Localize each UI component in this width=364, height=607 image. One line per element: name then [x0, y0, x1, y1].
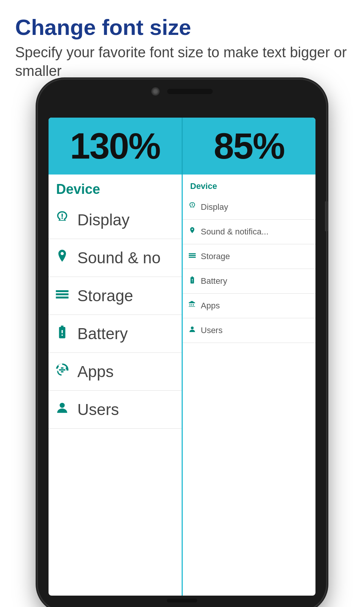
list-item[interactable]: Apps [183, 294, 316, 318]
battery-label-sm: Battery [201, 276, 228, 286]
panel-left: Device Display [49, 175, 183, 596]
display-icon-sm [188, 202, 196, 212]
phone-body: 130% 85% Device [38, 80, 326, 607]
list-item[interactable]: Battery [49, 315, 182, 353]
svg-point-0 [60, 403, 64, 408]
storage-icon [55, 286, 70, 305]
battery-icon-sm [188, 276, 196, 286]
phone-device: 130% 85% Device [38, 80, 326, 607]
home-indicator [167, 599, 197, 602]
display-label-sm: Display [201, 202, 228, 212]
list-item[interactable]: Display [49, 201, 182, 239]
list-item[interactable]: Display [183, 195, 316, 220]
page-subtitle: Specify your favorite font size to make … [15, 43, 349, 81]
users-icon [55, 400, 70, 419]
sound-label-sm: Sound & notifica... [201, 227, 269, 237]
list-item[interactable]: Users [49, 391, 182, 429]
list-item[interactable]: Users [183, 318, 316, 343]
screen-content: 130% 85% Device [49, 118, 315, 596]
svg-point-1 [191, 327, 193, 329]
list-item[interactable]: Apps [49, 353, 182, 391]
apps-label-sm: Apps [201, 301, 220, 311]
apps-icon-sm [188, 300, 196, 311]
list-item[interactable]: Sound & no [49, 239, 182, 277]
list-item[interactable]: Battery [183, 269, 316, 294]
phone-top-bar [151, 87, 213, 96]
display-label: Display [77, 211, 130, 229]
list-item[interactable]: Storage [49, 277, 182, 315]
apps-label: Apps [77, 363, 114, 381]
users-label: Users [77, 401, 119, 419]
users-icon-sm [188, 325, 196, 336]
speaker [167, 89, 213, 94]
list-item[interactable]: Storage [183, 244, 316, 269]
list-item[interactable]: Sound & notifica... [183, 220, 316, 244]
sound-icon-sm [188, 226, 196, 237]
percentage-bar: 130% 85% [49, 118, 315, 175]
display-icon [55, 211, 70, 229]
right-settings-list: Display Sound & notifica... [183, 195, 316, 343]
left-section-header: Device [49, 175, 182, 201]
sound-icon [55, 248, 70, 267]
apps-icon [55, 362, 70, 381]
camera [151, 87, 160, 96]
phone-screen: 130% 85% Device [49, 118, 315, 596]
header-section: Change font size Specify your favorite f… [0, 0, 364, 88]
power-button [325, 201, 328, 231]
storage-label: Storage [77, 287, 133, 305]
storage-icon-sm [188, 251, 196, 262]
settings-area: Device Display [49, 175, 315, 596]
storage-label-sm: Storage [201, 252, 230, 261]
left-settings-list: Display Sound & no [49, 201, 182, 429]
battery-icon [55, 324, 70, 343]
page-title: Change font size [15, 15, 349, 39]
sound-label: Sound & no [77, 249, 161, 267]
right-percent: 85% [183, 125, 316, 167]
right-section-header: Device [183, 175, 316, 195]
users-label-sm: Users [201, 326, 223, 335]
panel-right: Device Display [183, 175, 316, 596]
left-percent: 130% [49, 125, 182, 167]
battery-label: Battery [77, 325, 128, 343]
